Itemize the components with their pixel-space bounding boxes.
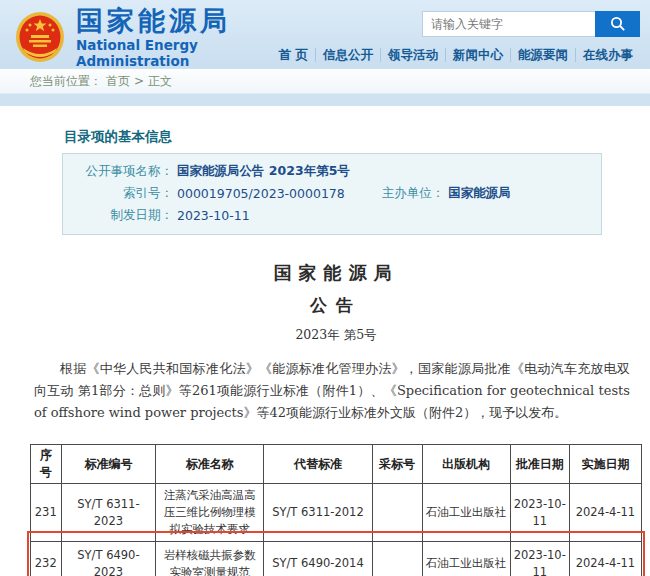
breadcrumb-label: 您当前位置： xyxy=(30,73,102,90)
top-nav: 首 页 信息公开 领导活动 新闻中心 能源要闻 在线办事 xyxy=(272,48,640,62)
main-content: 目录项的基本信息 公开事项名称： 国家能源局公告 2023年第5号 索引号： 0… xyxy=(0,128,650,576)
table-cell: 2023-10-11 xyxy=(510,484,569,542)
table-cell: 2023-10-11 xyxy=(510,542,569,576)
field-date: 制发日期： 2023-10-11 xyxy=(63,207,250,224)
table-cell: 2024-4-11 xyxy=(569,542,641,576)
brand-text: 国家能源局 National Energy Administration xyxy=(76,6,272,69)
info-section-heading: 目录项的基本信息 xyxy=(64,128,644,146)
table-header-cell: 标准编号 xyxy=(61,445,156,484)
field-name-value: 国家能源局公告 2023年第5号 xyxy=(177,163,350,180)
breadcrumb-separator-icon: > xyxy=(134,74,144,88)
doc-issue-number: 2023年 第5号 xyxy=(28,327,644,344)
table-header-cell: 标准名称 xyxy=(156,445,264,484)
table-row: 231 SY/T 6311-2023 注蒸汽采油高温高压三维比例物理模拟实验技术… xyxy=(31,484,642,542)
field-org: 主办单位： 国家能源局 xyxy=(364,185,511,202)
table-cell xyxy=(372,484,422,542)
doc-title: 国家能源局 xyxy=(28,261,644,285)
nav-item-leadership[interactable]: 领导活动 xyxy=(380,48,445,62)
table-cell xyxy=(372,542,422,576)
nav-item-home[interactable]: 首 页 xyxy=(272,48,315,62)
page: 国家能源局 National Energy Administration 首 页… xyxy=(0,0,650,576)
search-bar xyxy=(422,11,640,37)
field-org-label: 主办单位： xyxy=(364,185,444,202)
breadcrumb-current: 正文 xyxy=(148,73,172,90)
nav-item-online-services[interactable]: 在线办事 xyxy=(575,48,640,62)
standards-table-wrap: 序号 标准编号 标准名称 代替标准 采标号 出版机构 批准日期 实施日期 231… xyxy=(30,444,642,576)
table-cell: 231 xyxy=(31,484,62,542)
site-title-en: National Energy Administration xyxy=(76,37,272,69)
table-cell: SY/T 6490-2014 xyxy=(264,542,372,576)
site-title-zh: 国家能源局 xyxy=(76,6,272,36)
standards-table: 序号 标准编号 标准名称 代替标准 采标号 出版机构 批准日期 实施日期 231… xyxy=(30,444,642,576)
table-cell: SY/T 6311-2023 xyxy=(61,484,156,542)
info-box: 公开事项名称： 国家能源局公告 2023年第5号 索引号： 000019705/… xyxy=(62,153,602,235)
field-name: 公开事项名称： 国家能源局公告 2023年第5号 xyxy=(63,163,350,180)
table-cell: 注蒸汽采油高温高压三维比例物理模拟实验技术要求 xyxy=(156,484,264,542)
table-row-highlighted: 232 SY/T 6490-2023 岩样核磁共振参数实验室测量规范 SY/T … xyxy=(31,542,642,576)
table-header-cell: 序号 xyxy=(31,445,62,484)
field-org-value: 国家能源局 xyxy=(448,185,511,202)
site-logo[interactable]: 国家能源局 National Energy Administration xyxy=(14,0,272,68)
search-button[interactable] xyxy=(595,11,640,37)
header-right: 首 页 信息公开 领导活动 新闻中心 能源要闻 在线办事 xyxy=(272,0,640,68)
table-cell: 石油工业出版社 xyxy=(422,484,510,542)
field-index-label: 索引号： xyxy=(63,185,173,202)
nav-item-energy-news[interactable]: 能源要闻 xyxy=(510,48,575,62)
table-header-cell: 采标号 xyxy=(372,445,422,484)
header-divider xyxy=(0,94,650,106)
field-name-label: 公开事项名称： xyxy=(63,163,173,180)
table-cell: 岩样核磁共振参数实验室测量规范 xyxy=(156,542,264,576)
table-cell: 232 xyxy=(31,542,62,576)
table-header-cell: 出版机构 xyxy=(422,445,510,484)
table-cell: SY/T 6490-2023 xyxy=(61,542,156,576)
breadcrumb-home-link[interactable]: 首页 xyxy=(106,73,130,90)
info-row-date: 制发日期： 2023-10-11 xyxy=(63,204,601,226)
field-date-label: 制发日期： xyxy=(63,207,173,224)
doc-subtitle: 公告 xyxy=(28,294,644,317)
national-emblem-icon xyxy=(14,10,66,64)
nav-item-news-center[interactable]: 新闻中心 xyxy=(445,48,510,62)
field-index: 索引号： 000019705/2023-0000178 xyxy=(63,185,364,202)
nav-item-info-disclosure[interactable]: 信息公开 xyxy=(315,48,380,62)
table-cell: SY/T 6311-2012 xyxy=(264,484,372,542)
table-header-row: 序号 标准编号 标准名称 代替标准 采标号 出版机构 批准日期 实施日期 xyxy=(31,445,642,484)
info-row-index-org: 索引号： 000019705/2023-0000178 主办单位： 国家能源局 xyxy=(63,182,601,204)
site-header: 国家能源局 National Energy Administration 首 页… xyxy=(0,0,650,68)
doc-paragraph: 根据《中华人民共和国标准化法》《能源标准化管理办法》，国家能源局批准《电动汽车充… xyxy=(34,358,630,424)
table-header-cell: 代替标准 xyxy=(264,445,372,484)
search-input[interactable] xyxy=(422,11,595,37)
field-date-value: 2023-10-11 xyxy=(177,208,250,223)
table-header-cell: 批准日期 xyxy=(510,445,569,484)
breadcrumb: 您当前位置： 首页 > 正文 xyxy=(0,68,650,94)
table-cell: 2024-4-11 xyxy=(569,484,641,542)
table-cell: 石油工业出版社 xyxy=(422,542,510,576)
table-header-cell: 实施日期 xyxy=(569,445,641,484)
info-row-name: 公开事项名称： 国家能源局公告 2023年第5号 xyxy=(63,160,601,182)
field-index-value: 000019705/2023-0000178 xyxy=(177,186,345,201)
search-icon xyxy=(610,16,626,32)
